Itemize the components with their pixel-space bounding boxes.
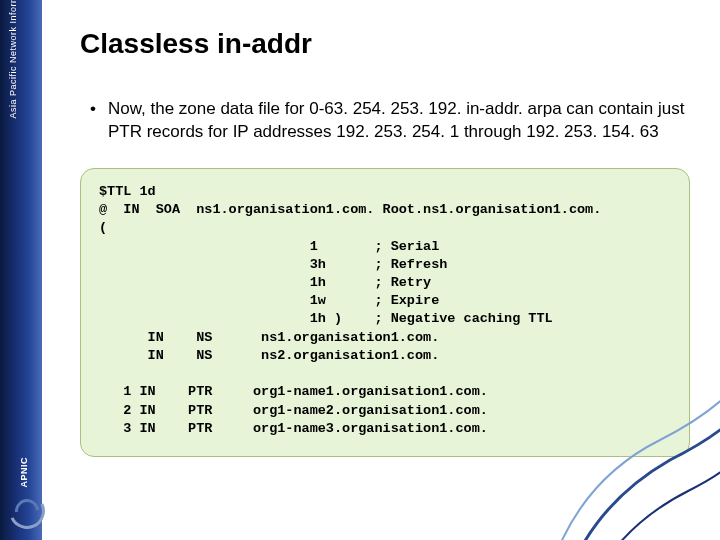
swirl-icon (4, 488, 44, 528)
bullet-text: Now, the zone data file for 0-63. 254. 2… (108, 98, 690, 144)
bullet-item: • Now, the zone data file for 0-63. 254.… (90, 98, 690, 144)
slide-content: Classless in-addr • Now, the zone data f… (80, 28, 690, 457)
zone-file-code: $TTL 1d @ IN SOA ns1.organisation1.com. … (80, 168, 690, 457)
bullet-dot-icon: • (90, 98, 96, 144)
slide-title: Classless in-addr (80, 28, 690, 60)
logo-text: APNIC (19, 457, 29, 488)
sidebar-org-name: Asia Pacific Network Information Centre (8, 0, 18, 119)
slide: Asia Pacific Network Information Centre … (0, 0, 720, 540)
apnic-logo: APNIC (0, 352, 48, 532)
